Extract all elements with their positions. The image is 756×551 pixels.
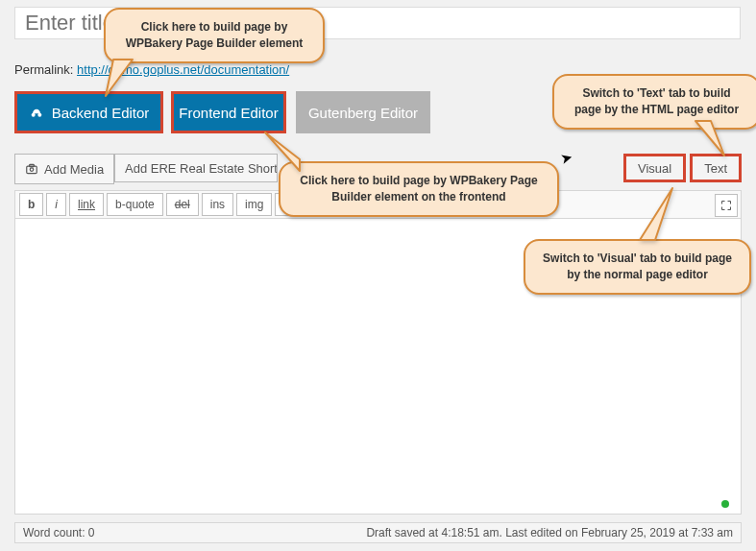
svg-point-1	[37, 113, 41, 117]
backend-editor-label: Backend Editor	[52, 105, 150, 121]
toolbar-italic[interactable]: i	[46, 193, 66, 216]
callout-frontend: Click here to build page by WPBakery Pag…	[279, 161, 559, 217]
callout-pointer-icon	[257, 125, 305, 173]
backend-editor-button[interactable]: Backend Editor	[14, 91, 163, 133]
toolbar-bold[interactable]: b	[19, 193, 43, 216]
toolbar-img[interactable]: img	[236, 193, 272, 216]
editor-footer: Word count: 0 Draft saved at 4:18:51 am.…	[14, 522, 742, 543]
toolbar-link[interactable]: link	[69, 193, 104, 216]
cursor-icon: ➤	[558, 148, 574, 168]
camera-icon	[25, 162, 38, 176]
add-ere-shortcode-button[interactable]: Add ERE Real Estate Short	[114, 154, 278, 182]
svg-marker-7	[695, 121, 724, 156]
svg-marker-6	[265, 132, 300, 171]
fullscreen-button[interactable]	[715, 194, 738, 217]
gutenberg-editor-label: Gutenberg Editor	[308, 105, 418, 121]
callout-visual-tab: Switch to 'Visual' tab to build page by …	[524, 239, 751, 295]
callout-pointer-icon	[692, 117, 734, 159]
svg-marker-8	[640, 188, 672, 240]
add-media-label: Add Media	[44, 162, 104, 177]
add-media-button[interactable]: Add Media	[14, 154, 114, 184]
toolbar-bquote[interactable]: b-quote	[107, 193, 163, 216]
toolbar-del[interactable]: del	[166, 193, 199, 216]
visual-tab[interactable]: Visual	[623, 154, 686, 182]
wpbakery-icon	[29, 105, 44, 120]
draft-status: Draft saved at 4:18:51 am. Last edited o…	[366, 526, 733, 539]
frontend-editor-label: Frontend Editor	[179, 105, 278, 121]
editor-screen: Permalink: http://demo.goplus.net/docume…	[0, 0, 756, 551]
word-count: Word count: 0	[23, 526, 95, 539]
svg-point-0	[31, 113, 35, 117]
callout-backend: Click here to build page by WPBakery Pag…	[104, 8, 325, 63]
gutenberg-editor-button[interactable]: Gutenberg Editor	[296, 91, 430, 133]
svg-point-3	[30, 168, 34, 172]
permalink-row: Permalink: http://demo.goplus.net/docume…	[14, 62, 289, 77]
svg-marker-5	[106, 60, 133, 96]
callout-pointer-icon	[634, 184, 682, 244]
expand-icon	[720, 200, 732, 211]
toolbar-ins[interactable]: ins	[202, 193, 233, 216]
callout-pointer-icon	[96, 58, 134, 102]
status-indicator	[721, 500, 729, 508]
permalink-label: Permalink:	[14, 62, 73, 77]
